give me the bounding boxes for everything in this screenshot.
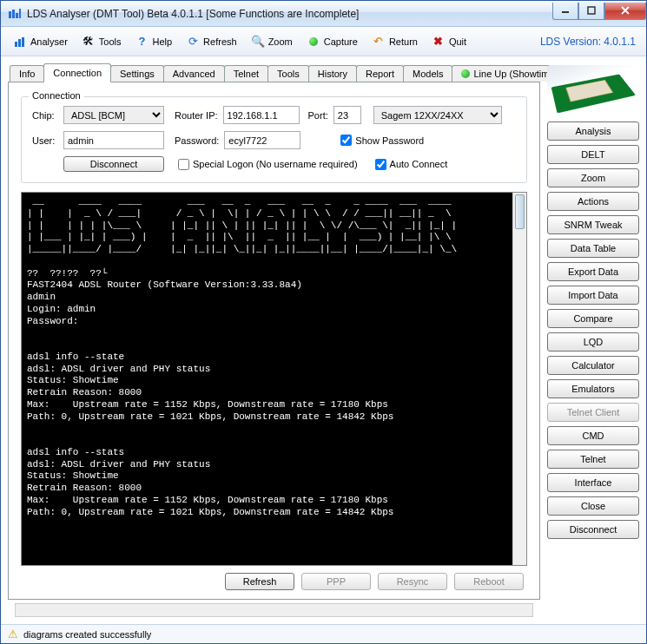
side-analysis-button[interactable]: Analysis bbox=[547, 122, 639, 141]
horizontal-scrollbar[interactable] bbox=[15, 603, 533, 617]
side-data-table-button[interactable]: Data Table bbox=[547, 239, 639, 258]
side-emulators-button[interactable]: Emulators bbox=[547, 379, 639, 398]
app-window: LDS Analyser (DMT Tool) Beta 4.0.1.1 [So… bbox=[0, 0, 647, 644]
connection-group: Connection Chip: ADSL [BCM] Router IP: P… bbox=[21, 96, 527, 183]
side-close-button[interactable]: Close bbox=[547, 496, 639, 516]
side-lqd-button[interactable]: LQD bbox=[547, 332, 639, 352]
user-input[interactable] bbox=[63, 131, 164, 149]
side-compare-button[interactable]: Compare bbox=[547, 309, 639, 328]
zoom-icon: 🔍 bbox=[251, 35, 265, 49]
ppp-button[interactable]: PPP bbox=[301, 573, 371, 590]
terminal-wrap: __ ____ ____ ___ __ _ ___ __ _ _ ____ __… bbox=[21, 192, 527, 566]
side-column: AnalysisDELTZoomActionsSNRM TweakData Ta… bbox=[547, 63, 639, 617]
tab-report[interactable]: Report bbox=[356, 65, 404, 82]
help-button[interactable]: ?Help bbox=[129, 32, 177, 51]
side-zoom-button[interactable]: Zoom bbox=[547, 168, 639, 187]
show-password-checkbox[interactable] bbox=[340, 135, 352, 146]
svg-rect-7 bbox=[18, 39, 21, 47]
side-delt-button[interactable]: DELT bbox=[547, 145, 639, 164]
maximize-button[interactable] bbox=[578, 3, 604, 20]
disconnect-button[interactable]: Disconnect bbox=[63, 156, 164, 172]
minimize-button[interactable] bbox=[552, 3, 578, 20]
close-window-button[interactable] bbox=[604, 3, 646, 20]
bottom-buttons: Refresh PPP Resync Reboot bbox=[21, 573, 527, 590]
chip-select[interactable]: ADSL [BCM] bbox=[63, 106, 164, 124]
warning-icon: ⚠ bbox=[8, 628, 18, 641]
side-telnet-button[interactable]: Telnet bbox=[547, 450, 639, 469]
group-title: Connection bbox=[29, 90, 84, 101]
side-cmd-button[interactable]: CMD bbox=[547, 426, 639, 445]
side-import-data-button[interactable]: Import Data bbox=[547, 286, 639, 305]
router-ip-label: Router IP: bbox=[175, 110, 218, 121]
tab-body: Connection Chip: ADSL [BCM] Router IP: P… bbox=[8, 82, 540, 600]
terminal-scrollbar[interactable] bbox=[512, 193, 526, 565]
toolbar: Analyser 🛠Tools ?Help ⟳Refresh 🔍Zoom Cap… bbox=[1, 27, 646, 56]
tab-info[interactable]: Info bbox=[10, 65, 44, 82]
side-telnet-client-button[interactable]: Telnet Client bbox=[547, 403, 639, 422]
tab-models[interactable]: Models bbox=[403, 65, 452, 82]
port-label: Port: bbox=[308, 110, 328, 121]
quit-button[interactable]: ✖Quit bbox=[426, 32, 472, 51]
tab-history[interactable]: History bbox=[308, 65, 357, 82]
password-label: Password: bbox=[175, 135, 219, 146]
svg-rect-1 bbox=[12, 10, 15, 18]
svg-rect-3 bbox=[19, 9, 21, 18]
content-area: InfoConnectionSettingsAdvancedTelnetTool… bbox=[1, 56, 646, 624]
special-logon-label: Special Logon (No username required) bbox=[193, 159, 358, 169]
svg-rect-0 bbox=[9, 11, 11, 18]
help-icon: ? bbox=[135, 35, 149, 49]
return-icon: ↶ bbox=[372, 35, 386, 49]
tab-tools[interactable]: Tools bbox=[267, 65, 309, 82]
status-text: diagrams created successfully bbox=[23, 629, 151, 640]
side-export-data-button[interactable]: Export Data bbox=[547, 262, 639, 281]
tab-connection[interactable]: Connection bbox=[43, 63, 111, 82]
resync-button[interactable]: Resync bbox=[378, 573, 447, 590]
chart-icon bbox=[13, 35, 27, 49]
side-disconnect-button[interactable]: Disconnect bbox=[547, 520, 639, 539]
chip-label: Chip: bbox=[32, 110, 58, 121]
user-label: User: bbox=[32, 135, 58, 146]
titlebar-text: LDS Analyser (DMT Tool) Beta 4.0.1.1 [So… bbox=[27, 8, 552, 20]
svg-rect-4 bbox=[562, 11, 569, 13]
refresh-bottom-button[interactable]: Refresh bbox=[225, 573, 294, 590]
capture-icon bbox=[307, 35, 320, 49]
statusbar: ⚠ diagrams created successfully bbox=[1, 624, 646, 643]
analyser-button[interactable]: Analyser bbox=[8, 32, 73, 51]
router-ip-input[interactable] bbox=[223, 106, 300, 124]
app-icon bbox=[8, 7, 22, 21]
showtime-dot-icon bbox=[461, 69, 470, 78]
tools-button[interactable]: 🛠Tools bbox=[76, 32, 127, 51]
tabstrip: InfoConnectionSettingsAdvancedTelnetTool… bbox=[8, 63, 540, 82]
zoom-button[interactable]: 🔍Zoom bbox=[246, 32, 298, 51]
version-label: LDS Version: 4.0.1.1 bbox=[540, 36, 639, 48]
svg-rect-5 bbox=[588, 7, 595, 14]
port-input[interactable] bbox=[333, 106, 361, 124]
side-actions-button[interactable]: Actions bbox=[547, 192, 639, 211]
svg-rect-6 bbox=[15, 42, 17, 47]
special-logon-checkbox[interactable] bbox=[178, 159, 189, 170]
svg-rect-8 bbox=[22, 37, 24, 47]
return-button[interactable]: ↶Return bbox=[366, 32, 423, 51]
tab-advanced[interactable]: Advanced bbox=[163, 65, 225, 82]
reboot-button[interactable]: Reboot bbox=[454, 573, 524, 590]
modem-select[interactable]: Sagem 12XX/24XX bbox=[373, 106, 502, 124]
side-interface-button[interactable]: Interface bbox=[547, 473, 639, 492]
svg-rect-2 bbox=[16, 13, 18, 18]
titlebar: LDS Analyser (DMT Tool) Beta 4.0.1.1 [So… bbox=[1, 1, 646, 27]
capture-button[interactable]: Capture bbox=[301, 32, 363, 51]
modem-board-image bbox=[547, 65, 639, 114]
refresh-icon: ⟳ bbox=[186, 35, 200, 49]
tab-telnet[interactable]: Telnet bbox=[224, 65, 268, 82]
tab-settings[interactable]: Settings bbox=[110, 65, 164, 82]
terminal-output[interactable]: __ ____ ____ ___ __ _ ___ __ _ _ ____ __… bbox=[22, 193, 512, 565]
show-password-label: Show Password bbox=[355, 135, 424, 146]
window-buttons bbox=[552, 3, 646, 20]
refresh-button[interactable]: ⟳Refresh bbox=[181, 32, 242, 51]
auto-connect-checkbox[interactable] bbox=[375, 159, 386, 170]
wrench-icon: 🛠 bbox=[82, 35, 96, 49]
side-calculator-button[interactable]: Calculator bbox=[547, 356, 639, 375]
main-column: InfoConnectionSettingsAdvancedTelnetTool… bbox=[8, 63, 540, 617]
password-input[interactable] bbox=[224, 131, 300, 149]
side-snrm-tweak-button[interactable]: SNRM Tweak bbox=[547, 215, 639, 234]
quit-icon: ✖ bbox=[432, 35, 446, 49]
